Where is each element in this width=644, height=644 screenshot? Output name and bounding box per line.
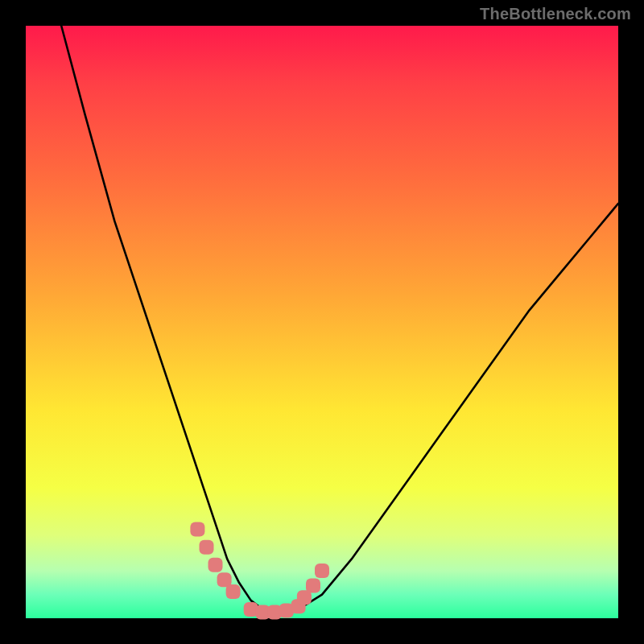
marker-layer [190, 522, 329, 620]
highlight-marker [315, 564, 329, 578]
highlight-marker [306, 579, 320, 593]
watermark-text: TheBottleneck.com [480, 5, 631, 23]
highlight-marker [200, 540, 214, 555]
highlight-marker [226, 584, 241, 599]
chart-plot-area [26, 26, 618, 618]
chart-frame: TheBottleneck.com [0, 0, 644, 644]
bottleneck-curve [61, 26, 618, 613]
highlight-marker [208, 558, 223, 572]
highlight-marker [190, 522, 204, 537]
chart-svg [26, 26, 618, 618]
curve-layer [61, 26, 618, 613]
